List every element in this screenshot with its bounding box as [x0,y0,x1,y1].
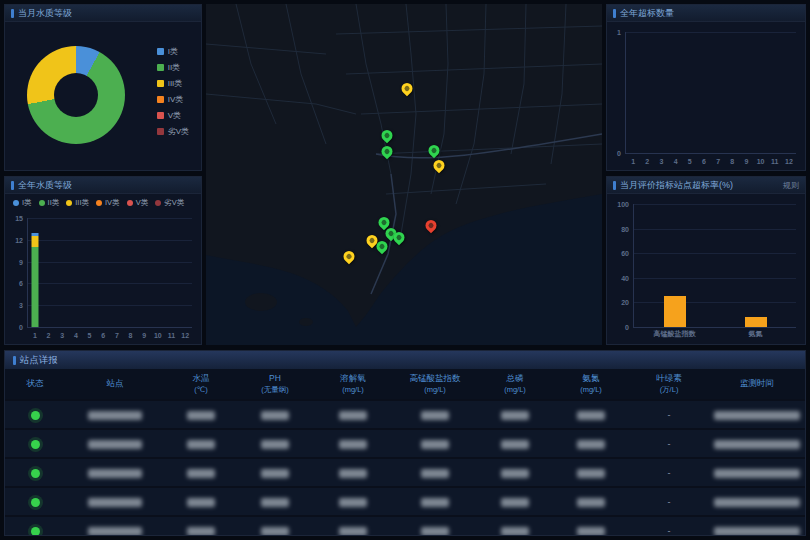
chart-plot: 01123456789101112 [625,32,796,154]
redacted-value [501,527,529,536]
table-row[interactable]: - [5,488,805,515]
legend-swatch [96,200,102,206]
status-cell [5,464,65,482]
value-cell [553,435,629,453]
y-axis-tick: 40 [621,274,629,281]
redacted-value [501,469,529,478]
x-axis-tick: 8 [129,332,133,339]
water-quality-donut-chart[interactable] [27,46,125,144]
value-cell [313,493,393,511]
legend-item[interactable]: II类 [157,62,189,73]
bar-segment [31,247,38,327]
bar[interactable] [745,204,767,327]
legend-swatch [157,48,164,55]
gridline [634,253,796,254]
redacted-value [339,411,367,420]
header-accent [11,9,14,18]
bar[interactable] [31,218,38,327]
status-cell [5,493,65,511]
station-cell [65,522,165,537]
column-header: 总磷(mg/L) [477,373,553,395]
legend-swatch [127,200,133,206]
table-row[interactable]: - [5,459,805,486]
legend-item[interactable]: 劣V类 [155,198,184,208]
gridline [634,302,796,303]
value-cell [477,522,553,537]
panel-year-exceed-count: 全年超标数量 01123456789101112 [606,4,806,171]
legend-label: 劣V类 [168,126,189,137]
legend-label: II类 [48,198,60,208]
redacted-value [261,527,289,536]
redacted-value [577,527,605,536]
value-cell [237,493,313,511]
status-cell [5,435,65,453]
bar-segment [745,317,767,327]
redacted-station-name [88,498,142,507]
column-header: 叶绿素(万/L) [629,373,709,395]
chlorophyll-cell: - [629,468,709,478]
legend-item[interactable]: IV类 [96,198,120,208]
legend-swatch [66,200,72,206]
value-cell [237,435,313,453]
legend-label: II类 [168,62,180,73]
legend-item[interactable]: IV类 [157,94,189,105]
exceed-rate-bar-chart[interactable]: 020406080100高锰酸盐指数氨氮 [607,194,805,344]
x-axis-tick: 12 [181,332,189,339]
legend-item[interactable]: 劣V类 [157,126,189,137]
year-quality-bar-chart[interactable]: 03691215123456789101112 [5,208,201,344]
legend-item[interactable]: II类 [39,198,60,208]
table-row[interactable]: - [5,430,805,457]
status-cell [5,406,65,424]
x-axis-tick: 1 [631,158,635,165]
panel-month-exceed-rate: 当月评价指标站点超标率(%) 规则 020406080100高锰酸盐指数氨氮 [606,176,806,345]
column-label: 站点 [107,378,124,388]
x-axis-tick: 12 [785,158,793,165]
x-axis-tick: 3 [659,158,663,165]
panel-header: 当月水质等级 [5,5,201,22]
legend-item[interactable]: III类 [66,198,89,208]
year-exceed-chart[interactable]: 01123456789101112 [607,22,805,170]
y-axis-tick: 15 [15,215,23,222]
gridline [634,229,796,230]
bar-segment [664,296,686,327]
legend-label: I类 [22,198,32,208]
redacted-value [339,469,367,478]
x-axis-tick: 4 [74,332,78,339]
legend-item[interactable]: V类 [157,110,189,121]
redacted-value [187,527,215,536]
column-header: 监测时间 [709,378,805,389]
redacted-value [261,411,289,420]
chlorophyll-cell: - [629,410,709,420]
legend-label: V类 [136,198,149,208]
chlorophyll-cell: - [629,526,709,536]
legend-item[interactable]: I类 [157,46,189,57]
column-unit: (mg/L) [504,385,526,394]
x-axis-tick: 4 [674,158,678,165]
redacted-value [501,440,529,449]
bar[interactable] [664,204,686,327]
table-row[interactable]: - [5,401,805,428]
x-axis-tick: 11 [168,332,175,339]
redacted-value [187,469,215,478]
column-label: PH [269,373,281,383]
value-cell [165,435,237,453]
chlorophyll-cell: - [629,497,709,507]
table-row[interactable]: - [5,517,805,536]
table-title-bar: 站点详报 [5,351,805,369]
rule-tag[interactable]: 规则 [783,180,799,191]
legend-item[interactable]: V类 [127,198,149,208]
value-cell [477,464,553,482]
gridline [28,262,192,263]
x-axis-tick: 8 [730,158,734,165]
time-cell [709,435,805,453]
value-cell [313,464,393,482]
bar-segment [31,236,38,247]
legend-swatch [157,64,164,71]
map[interactable] [206,4,602,345]
legend-item[interactable]: I类 [13,198,32,208]
legend-item[interactable]: III类 [157,78,189,89]
gridline [634,204,796,205]
redacted-timestamp [714,440,800,449]
gridline [626,32,796,33]
chlorophyll-cell: - [629,439,709,449]
